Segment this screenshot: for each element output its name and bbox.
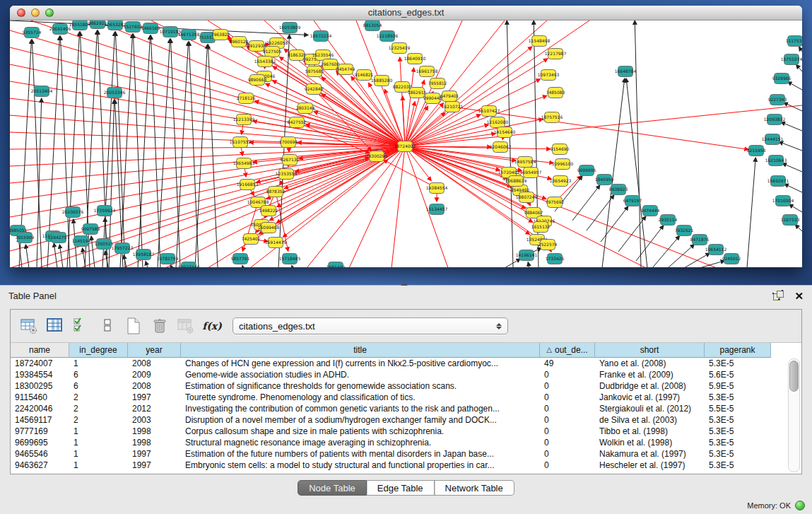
table-select[interactable]: citations_edges.txt bbox=[233, 317, 508, 334]
citation-network-graph[interactable]: 9355724206914061855180498629221065328715… bbox=[10, 21, 802, 267]
graph-node[interactable]: 2935114 bbox=[659, 215, 678, 226]
graph-node[interactable]: 15718485 bbox=[279, 254, 301, 264]
graph-node[interactable]: 9329966 bbox=[772, 74, 792, 84]
column-header-in_degree[interactable]: in_degree bbox=[69, 343, 128, 358]
graph-node[interactable]: 9127505 bbox=[263, 47, 282, 57]
graph-node[interactable]: 12218506 bbox=[377, 31, 399, 42]
graph-node[interactable]: 8215958 bbox=[747, 146, 766, 156]
graph-node[interactable]: 16210643 bbox=[765, 156, 787, 166]
graph-node[interactable]: 8960128 bbox=[230, 37, 249, 47]
table-mode-gear-icon[interactable] bbox=[19, 316, 39, 336]
graph-node[interactable]: 10654112 bbox=[705, 245, 727, 255]
graph-node[interactable]: 2718126 bbox=[237, 93, 256, 104]
table-vertical-scrollbar[interactable] bbox=[788, 358, 800, 472]
column-header-pagerank[interactable]: pagerank bbox=[705, 343, 771, 358]
panel-splitter-handle[interactable] bbox=[401, 282, 408, 286]
graph-node[interactable]: 1551449 bbox=[326, 262, 346, 268]
graph-node[interactable]: 15751074 bbox=[781, 54, 802, 65]
graph-node[interactable]: 7425402 bbox=[242, 234, 261, 245]
trash-icon[interactable] bbox=[150, 316, 170, 336]
graph-node[interactable]: 7485083 bbox=[546, 88, 565, 98]
graph-node[interactable]: 16648784 bbox=[615, 66, 637, 77]
table-row[interactable]: 969969511998Structural magnetic resonanc… bbox=[11, 437, 801, 448]
graph-node[interactable]: 1498222 bbox=[259, 206, 278, 216]
graph-node[interactable]: 9990448 bbox=[423, 93, 442, 104]
column-header-title[interactable]: title bbox=[181, 343, 540, 358]
graph-node[interactable]: 9699695 bbox=[577, 165, 596, 176]
graph-node[interactable]: 9242848 bbox=[305, 84, 324, 95]
graph-node[interactable]: 8878352 bbox=[266, 187, 286, 197]
graph-node[interactable]: 10996100 bbox=[552, 159, 574, 170]
graph-node[interactable]: 9097588 bbox=[81, 224, 100, 235]
graph-node[interactable]: 2803144 bbox=[296, 103, 315, 114]
graph-node[interactable]: 12213399 bbox=[233, 115, 255, 125]
graph-node[interactable]: 8813054 bbox=[363, 21, 382, 31]
table-row[interactable]: 911546021997Tourette syndrome. Phenomeno… bbox=[11, 392, 801, 403]
select-columns-checklist-icon[interactable] bbox=[71, 316, 91, 336]
graph-node[interactable]: 9154690 bbox=[551, 144, 570, 155]
graph-node[interactable]: 14671358 bbox=[178, 30, 200, 40]
graph-node[interactable]: 1527602 bbox=[124, 22, 143, 33]
row-cells-icon[interactable] bbox=[98, 316, 117, 336]
close-panel-icon[interactable]: ✕ bbox=[794, 291, 804, 301]
graph-node[interactable]: 1615132 bbox=[531, 222, 551, 233]
function-builder-icon[interactable]: f(x) bbox=[202, 316, 222, 336]
graph-node[interactable]: 20206576 bbox=[62, 207, 84, 218]
table-row[interactable]: 1938455462009Genome-wide association stu… bbox=[11, 369, 801, 380]
graph-node[interactable]: 6479401 bbox=[440, 91, 459, 102]
column-header-name[interactable]: name bbox=[11, 343, 69, 358]
column-header-out_de[interactable]: △out_de... bbox=[540, 343, 595, 358]
tab-node-table[interactable]: Node Table bbox=[298, 480, 367, 496]
graph-node[interactable]: 7932621 bbox=[675, 226, 694, 236]
network-canvas[interactable]: 9355724206914061855180498629221065328715… bbox=[10, 21, 802, 267]
graph-node[interactable]: 16914479 bbox=[265, 238, 287, 248]
graph-node[interactable]: 1117532 bbox=[786, 36, 802, 47]
graph-node[interactable]: 1700694 bbox=[279, 137, 298, 148]
graph-node[interactable]: 6479197 bbox=[623, 196, 642, 206]
graph-node[interactable]: 5875685 bbox=[305, 66, 324, 77]
graph-node[interactable]: 14957584 bbox=[514, 157, 536, 168]
graph-node[interactable]: 17016504 bbox=[772, 196, 794, 206]
graph-node[interactable]: 9857791 bbox=[231, 254, 250, 264]
graph-node[interactable]: 10973493 bbox=[538, 70, 560, 81]
graph-node[interactable]: 13958187 bbox=[133, 250, 155, 260]
graph-node[interactable]: 3915909 bbox=[16, 233, 35, 243]
tab-network-table[interactable]: Network Table bbox=[435, 480, 514, 496]
graph-node[interactable]: 15885280 bbox=[371, 76, 393, 86]
table-row[interactable]: 2242004622012Investigating the contribut… bbox=[11, 403, 801, 414]
graph-node[interactable]: 7955812 bbox=[428, 78, 447, 89]
float-panel-icon[interactable] bbox=[773, 291, 784, 301]
graph-node[interactable]: 1733426 bbox=[546, 254, 565, 264]
graph-node[interactable]: 7975692 bbox=[546, 197, 565, 208]
graph-node[interactable]: 9474444 bbox=[641, 206, 660, 216]
table-row[interactable]: 1872400712008Changes of HCN gene express… bbox=[11, 358, 801, 369]
graph-node[interactable]: 9890663 bbox=[248, 75, 267, 86]
graph-node[interactable]: 1167533 bbox=[781, 215, 800, 226]
graph-node[interactable]: 11548498 bbox=[529, 36, 551, 47]
graph-node[interactable]: 18572234 bbox=[310, 31, 332, 42]
graph-node[interactable]: 18757516 bbox=[541, 112, 563, 123]
tab-edge-table[interactable]: Edge Table bbox=[367, 480, 435, 496]
graph-node[interactable]: 8938923 bbox=[609, 185, 628, 195]
graph-node[interactable]: 16961758 bbox=[416, 66, 438, 77]
graph-node[interactable]: 12444151 bbox=[762, 134, 784, 145]
memory-status[interactable]: Memory: OK bbox=[747, 501, 805, 510]
graph-node[interactable]: 1840954 bbox=[595, 175, 614, 185]
table-row[interactable]: 946362711997Embryonic stem cells: a mode… bbox=[11, 460, 801, 471]
table-row[interactable]: 946554611997Estimation of the future num… bbox=[11, 448, 801, 460]
graph-node[interactable]: 12217987 bbox=[545, 49, 567, 59]
graph-node[interactable]: 22046067 bbox=[490, 142, 512, 153]
graph-node[interactable]: 8454749 bbox=[336, 64, 355, 75]
graph-node[interactable]: 16107552 bbox=[230, 137, 252, 148]
show-columns-icon[interactable] bbox=[45, 316, 65, 336]
table-row[interactable]: 1456911722003Disruption of a novel membe… bbox=[11, 414, 801, 426]
table-row[interactable]: 1830029562008Estimation of significance … bbox=[11, 380, 801, 392]
graph-node[interactable]: 17957223 bbox=[112, 243, 134, 254]
graph-node[interactable]: 16543382 bbox=[254, 57, 276, 67]
delete-table-icon[interactable] bbox=[176, 316, 196, 336]
graph-node[interactable]: 6466160 bbox=[141, 23, 160, 34]
graph-node[interactable]: 15134457 bbox=[426, 204, 448, 215]
graph-node[interactable]: 9227343 bbox=[768, 95, 787, 105]
graph-node[interactable]: 8427552 bbox=[288, 117, 307, 128]
graph-node[interactable]: 13654923 bbox=[550, 176, 572, 187]
